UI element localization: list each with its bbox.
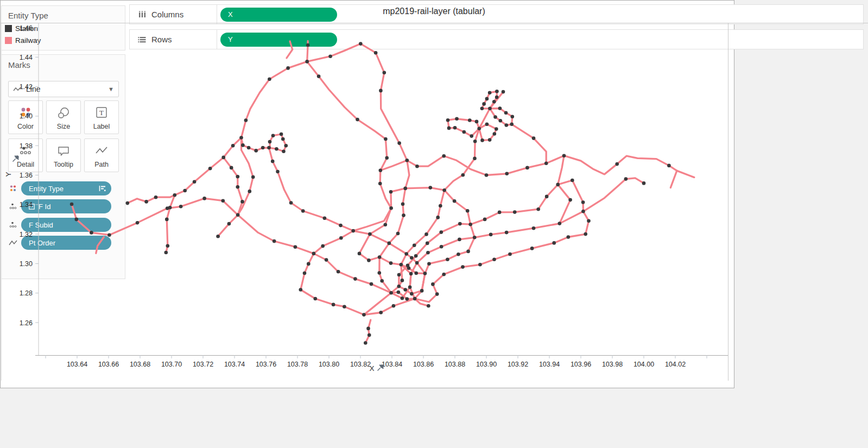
station-dot[interactable] xyxy=(236,213,240,217)
station-dot[interactable] xyxy=(388,242,391,245)
station-dot[interactable] xyxy=(370,282,373,286)
station-dot[interactable] xyxy=(495,96,499,99)
station-dot[interactable] xyxy=(379,311,383,314)
station-dot[interactable] xyxy=(358,252,362,256)
station-dot[interactable] xyxy=(477,127,481,130)
station-dot[interactable] xyxy=(299,288,303,292)
station-dot[interactable] xyxy=(504,111,508,115)
station-dot[interactable] xyxy=(385,156,389,160)
station-dot[interactable] xyxy=(325,258,328,262)
station-dot[interactable] xyxy=(532,136,536,140)
station-dot[interactable] xyxy=(453,126,457,130)
station-dot[interactable] xyxy=(505,172,509,176)
station-dot[interactable] xyxy=(495,127,498,131)
station-dot[interactable] xyxy=(403,187,407,191)
station-dot[interactable] xyxy=(525,166,529,170)
station-dot[interactable] xyxy=(364,341,368,345)
station-dot[interactable] xyxy=(513,210,517,214)
station-dot[interactable] xyxy=(466,250,470,254)
station-dot[interactable] xyxy=(401,202,405,206)
railway-line[interactable] xyxy=(365,320,371,343)
station-dot[interactable] xyxy=(323,217,327,220)
station-dot[interactable] xyxy=(468,118,472,122)
station-dot[interactable] xyxy=(164,251,168,255)
station-dot[interactable] xyxy=(379,169,383,173)
station-dot[interactable] xyxy=(359,42,363,46)
station-dot[interactable] xyxy=(440,230,443,234)
station-dot[interactable] xyxy=(273,239,276,243)
station-dot[interactable] xyxy=(461,265,465,269)
station-dot[interactable] xyxy=(362,313,366,317)
station-dot[interactable] xyxy=(374,51,378,55)
station-dot[interactable] xyxy=(466,209,470,213)
station-dot[interactable] xyxy=(251,175,255,179)
station-dot[interactable] xyxy=(368,232,372,236)
station-dot[interactable] xyxy=(378,182,382,186)
station-dot[interactable] xyxy=(236,185,240,189)
station-dot[interactable] xyxy=(468,223,472,226)
station-dot[interactable] xyxy=(328,54,332,58)
station-dot[interactable] xyxy=(532,226,536,230)
station-dot[interactable] xyxy=(239,136,243,140)
station-dot[interactable] xyxy=(473,157,477,161)
station-dot[interactable] xyxy=(470,134,473,138)
station-dot[interactable] xyxy=(458,222,462,226)
station-dot[interactable] xyxy=(271,160,275,163)
station-dot[interactable] xyxy=(231,144,235,148)
station-dot[interactable] xyxy=(408,286,412,289)
pin-icon[interactable] xyxy=(13,155,19,161)
station-dot[interactable] xyxy=(166,244,170,248)
station-dot[interactable] xyxy=(431,282,435,286)
plot-area[interactable]: 103.64103.66103.68103.70103.72103.74103.… xyxy=(1,23,733,387)
station-dot[interactable] xyxy=(442,273,446,276)
station-dot[interactable] xyxy=(426,251,430,255)
station-dot[interactable] xyxy=(427,262,431,266)
station-dot[interactable] xyxy=(403,288,407,292)
station-dot[interactable] xyxy=(397,141,401,145)
station-dot[interactable] xyxy=(221,199,225,203)
railway-line[interactable] xyxy=(670,171,677,187)
station-dot[interactable] xyxy=(488,91,492,94)
station-dot[interactable] xyxy=(351,229,355,233)
station-dot[interactable] xyxy=(440,245,443,249)
station-dot[interactable] xyxy=(584,232,587,236)
station-dot[interactable] xyxy=(455,117,459,121)
station-dot[interactable] xyxy=(392,304,396,308)
station-dot[interactable] xyxy=(510,123,514,127)
railway-line[interactable] xyxy=(364,92,503,314)
railway-line[interactable] xyxy=(96,237,104,254)
railway-line[interactable] xyxy=(166,195,175,253)
station-dot[interactable] xyxy=(248,190,252,193)
station-dot[interactable] xyxy=(75,218,79,222)
station-dot[interactable] xyxy=(461,173,465,177)
station-dot[interactable] xyxy=(552,241,556,245)
railway-line[interactable] xyxy=(381,156,694,178)
station-dot[interactable] xyxy=(378,271,382,275)
station-dot[interactable] xyxy=(90,231,93,235)
station-dot[interactable] xyxy=(482,102,486,106)
station-dot[interactable] xyxy=(401,296,404,300)
station-dot[interactable] xyxy=(435,292,439,296)
station-dot[interactable] xyxy=(429,186,433,190)
station-dot[interactable] xyxy=(530,247,534,250)
station-dot[interactable] xyxy=(485,173,489,177)
station-dot[interactable] xyxy=(587,219,591,223)
station-dot[interactable] xyxy=(303,272,307,275)
station-dot[interactable] xyxy=(446,118,450,122)
station-dot[interactable] xyxy=(400,263,403,267)
station-dot[interactable] xyxy=(383,71,387,75)
station-dot[interactable] xyxy=(280,132,283,136)
station-dot[interactable] xyxy=(511,115,515,118)
station-dot[interactable] xyxy=(353,277,357,281)
station-dot[interactable] xyxy=(480,107,484,111)
station-dot[interactable] xyxy=(556,183,560,187)
station-dot[interactable] xyxy=(339,236,343,240)
station-dot[interactable] xyxy=(389,190,393,194)
station-dot[interactable] xyxy=(267,146,271,150)
station-dot[interactable] xyxy=(502,90,505,94)
station-dot[interactable] xyxy=(447,127,451,130)
station-dot[interactable] xyxy=(492,258,496,262)
station-dot[interactable] xyxy=(384,137,388,141)
station-dot[interactable] xyxy=(571,179,574,182)
station-dot[interactable] xyxy=(230,166,233,170)
